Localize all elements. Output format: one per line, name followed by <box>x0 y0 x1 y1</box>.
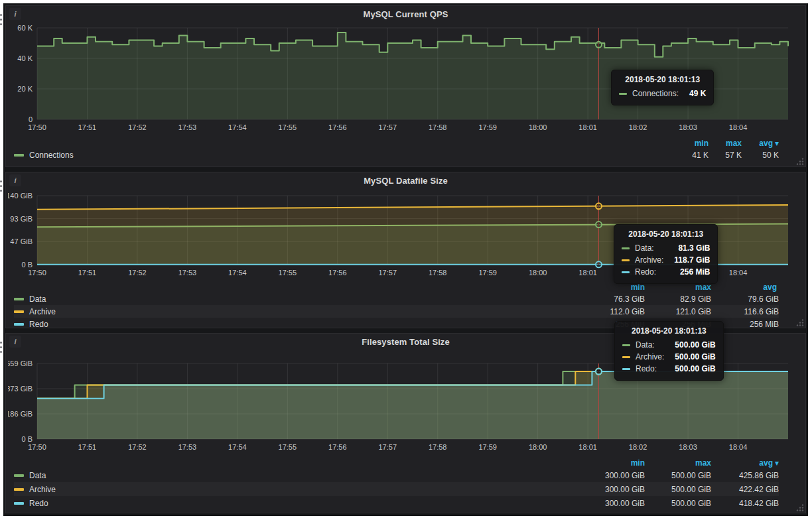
tooltip-series-value: 118.7 GiB <box>663 254 710 266</box>
tooltip-series-label: Redo: <box>636 363 657 375</box>
stat-min: 300.00 GiB <box>576 499 645 508</box>
tooltip-series-value: 500.00 GiB <box>657 363 716 375</box>
tooltip-series-value: 500.00 GiB <box>664 351 715 363</box>
legend-min-header[interactable]: min <box>673 139 709 148</box>
svg-text:17:50: 17:50 <box>28 123 46 131</box>
tooltip-row: Data: 81.3 GiB <box>622 242 710 254</box>
panel-title[interactable]: MySQL Datafile Size <box>6 172 805 189</box>
legend-max-header[interactable]: max <box>709 139 742 148</box>
stat-min: 41 K <box>673 151 709 160</box>
tooltip-row: Data: 500.00 GiB <box>622 339 716 351</box>
svg-text:17:53: 17:53 <box>178 269 196 277</box>
svg-text:17:57: 17:57 <box>378 269 397 277</box>
svg-text:17:54: 17:54 <box>228 443 247 451</box>
svg-text:17:58: 17:58 <box>428 269 446 277</box>
panel-info-icon[interactable]: i <box>9 174 21 186</box>
series-color-dash-icon <box>14 323 24 326</box>
stat-max: 500.00 GiB <box>645 471 711 480</box>
legend-series-data[interactable]: Data <box>14 294 576 304</box>
svg-text:17:52: 17:52 <box>128 443 147 451</box>
grafana-dashboard: i MySQL Current QPS 020 K40 K60 K17:5017… <box>3 3 808 516</box>
legend-avg-header[interactable]: avg <box>711 283 779 292</box>
series-color-dash-icon <box>622 344 630 346</box>
row-drag-handle-icon[interactable] <box>0 180 2 192</box>
svg-text:17:52: 17:52 <box>128 123 147 131</box>
legend-min-header[interactable]: min <box>576 458 645 468</box>
svg-text:17:59: 17:59 <box>478 123 497 131</box>
panel-resize-handle[interactable] <box>796 318 804 326</box>
svg-text:18:00: 18:00 <box>528 123 547 131</box>
tooltip-row: Archive: 500.00 GiB <box>622 351 716 363</box>
series-color-dash-icon <box>14 502 24 505</box>
legend-series-data[interactable]: Data <box>14 471 576 480</box>
stat-min: 300.00 GiB <box>576 485 645 494</box>
svg-text:17:59: 17:59 <box>478 269 497 277</box>
legend-series-redo[interactable]: Redo <box>14 320 576 329</box>
legend-row: Connections 41 K 57 K 50 K <box>14 149 779 161</box>
svg-text:20 K: 20 K <box>17 85 33 93</box>
stat-min: 300.00 GiB <box>576 471 645 480</box>
svg-text:17:50: 17:50 <box>28 269 46 277</box>
svg-text:60 K: 60 K <box>17 24 33 32</box>
svg-text:17:50: 17:50 <box>28 443 46 451</box>
svg-text:18:01: 18:01 <box>578 443 597 451</box>
legend-series-connections[interactable]: Connections <box>14 151 673 160</box>
legend-series-archive[interactable]: Archive <box>14 307 576 316</box>
series-name: Redo <box>29 499 48 508</box>
svg-text:186 GiB: 186 GiB <box>8 410 33 418</box>
stat-max: 500.00 GiB <box>645 499 711 508</box>
tooltip-series-value: 256 MiB <box>656 266 710 278</box>
row-drag-handle-icon[interactable] <box>0 342 2 353</box>
tooltip-series-label: Redo: <box>635 266 656 278</box>
chevron-down-icon: ▾ <box>775 458 779 468</box>
row-drag-handle-icon[interactable] <box>0 14 2 25</box>
svg-text:18:02: 18:02 <box>628 443 647 451</box>
tooltip-series-label: Data: <box>636 339 655 351</box>
svg-text:18:03: 18:03 <box>679 443 697 451</box>
panel-title[interactable]: MySQL Current QPS <box>6 6 805 23</box>
svg-text:559 GiB: 559 GiB <box>8 359 33 367</box>
svg-text:17:57: 17:57 <box>378 443 397 451</box>
legend-avg-header[interactable]: avg▾ <box>711 458 779 468</box>
svg-text:373 GiB: 373 GiB <box>8 385 33 393</box>
legend-max-header[interactable]: max <box>645 458 711 468</box>
stat-avg: 425.86 GiB <box>711 471 779 480</box>
svg-text:93 GiB: 93 GiB <box>10 215 33 223</box>
series-color-dash-icon <box>14 474 24 477</box>
svg-text:17:55: 17:55 <box>278 443 297 451</box>
stat-avg: 418.42 GiB <box>711 499 779 508</box>
stat-max: 500.00 GiB <box>645 485 711 494</box>
series-color-dash-icon <box>622 259 630 261</box>
series-name: Archive <box>29 307 56 316</box>
svg-text:17:58: 17:58 <box>428 123 446 131</box>
stat-min: 112.0 GiB <box>576 307 645 316</box>
svg-text:17:51: 17:51 <box>78 123 96 131</box>
svg-text:0: 0 <box>28 115 32 123</box>
panel-info-icon[interactable]: i <box>9 8 21 20</box>
tooltip-filesystem-size: 2018-05-20 18:01:13 Data: 500.00 GiB Arc… <box>614 321 724 381</box>
svg-text:18:00: 18:00 <box>528 443 547 451</box>
panel-resize-handle[interactable] <box>796 157 804 165</box>
svg-text:17:53: 17:53 <box>178 123 196 131</box>
svg-text:17:51: 17:51 <box>78 443 96 451</box>
panel-info-icon[interactable]: i <box>9 336 21 348</box>
legend-series-redo[interactable]: Redo <box>14 499 576 508</box>
stat-min: 76.3 GiB <box>576 294 645 304</box>
series-name: Archive <box>29 485 56 494</box>
stat-max: 57 K <box>709 151 742 160</box>
svg-text:17:58: 17:58 <box>428 443 446 451</box>
panel-resize-handle[interactable] <box>796 503 804 511</box>
tooltip-row: Redo: 256 MiB <box>622 266 710 278</box>
legend: min max avg▾ Connections 41 K 57 K 50 K <box>6 137 805 161</box>
legend-row: Archive 300.00 GiB 500.00 GiB 422.42 GiB <box>14 482 779 496</box>
legend-row: Archive 112.0 GiB 121.0 GiB 116.6 GiB <box>14 305 779 318</box>
tooltip-timestamp: 2018-05-20 18:01:13 <box>619 75 706 88</box>
svg-text:17:53: 17:53 <box>178 443 196 451</box>
series-color-dash-icon <box>622 271 630 273</box>
legend-series-archive[interactable]: Archive <box>14 485 576 494</box>
legend-avg-header[interactable]: avg▾ <box>742 139 779 148</box>
tooltip-series-label: Archive: <box>636 351 664 363</box>
series-name: Data <box>29 471 46 480</box>
svg-text:18:04: 18:04 <box>728 123 747 131</box>
legend-row: Data 76.3 GiB 82.9 GiB 79.6 GiB <box>14 292 779 305</box>
